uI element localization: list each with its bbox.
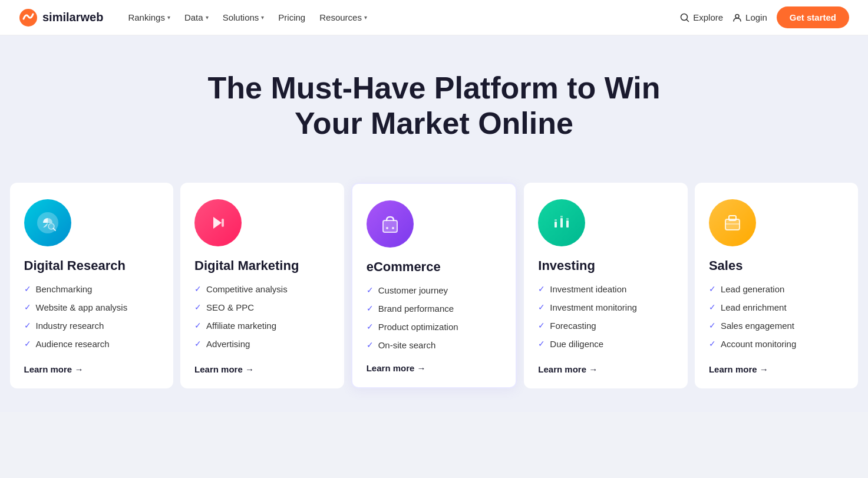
check-icon: ✓ [194, 320, 202, 332]
learn-more-link[interactable]: Learn more → [24, 364, 160, 374]
list-item: ✓ Lead enrichment [709, 301, 844, 314]
card-list: ✓ Lead generation ✓ Lead enrichment ✓ Sa… [709, 283, 844, 352]
list-item: ✓ Investment monitoring [538, 301, 674, 314]
svg-rect-13 [555, 219, 557, 221]
check-icon: ✓ [709, 320, 716, 332]
get-started-button[interactable]: Get started [777, 6, 849, 28]
svg-rect-12 [555, 222, 557, 228]
logo-text: similarweb [42, 11, 103, 24]
check-icon: ✓ [709, 338, 716, 350]
list-item: ✓ Website & app analysis [24, 301, 160, 314]
check-icon: ✓ [194, 302, 202, 314]
list-item: ✓ Lead generation [709, 283, 844, 295]
nav-item-solutions[interactable]: Solutions ▾ [217, 8, 270, 27]
nav-item-resources[interactable]: Resources ▾ [313, 8, 373, 27]
nav-item-data[interactable]: Data ▾ [179, 8, 214, 27]
learn-more-link[interactable]: Learn more → [367, 363, 502, 373]
check-icon: ✓ [194, 338, 202, 350]
check-icon: ✓ [367, 303, 374, 315]
search-icon [680, 13, 689, 22]
svg-rect-17 [566, 218, 569, 220]
cards-section: Digital Research ✓ Benchmarking ✓ Websit… [0, 171, 868, 412]
learn-more-link[interactable]: Learn more → [538, 364, 674, 374]
check-icon: ✓ [24, 302, 31, 314]
navbar: similarweb Rankings ▾ Data ▾ Solutions ▾… [0, 0, 868, 35]
svg-rect-9 [383, 220, 397, 232]
hero-section: The Must-Have Platform to Win Your Marke… [0, 35, 868, 171]
svg-point-10 [386, 227, 388, 229]
chevron-icon: ▾ [364, 14, 367, 21]
list-item: ✓ On-site search [367, 339, 502, 351]
check-icon: ✓ [367, 285, 374, 296]
card-title: Sales [709, 258, 844, 273]
nav-item-rankings[interactable]: Rankings ▾ [122, 8, 176, 27]
card-title: eCommerce [367, 259, 502, 275]
check-icon: ✓ [367, 321, 374, 333]
card-title: Digital Research [24, 258, 160, 273]
list-item: ✓ Account monitoring [709, 338, 844, 350]
card-digital-research: Digital Research ✓ Benchmarking ✓ Websit… [10, 183, 174, 388]
user-icon [732, 13, 742, 22]
list-item: ✓ Benchmarking [24, 283, 160, 295]
nav-right: Explore Login Get started [680, 6, 849, 28]
list-item: ✓ Brand performance [367, 302, 502, 315]
check-icon: ✓ [538, 338, 545, 350]
chevron-icon: ▾ [167, 14, 170, 21]
card-icon [367, 200, 414, 248]
nav-explore[interactable]: Explore [680, 12, 723, 22]
logo-icon [19, 8, 38, 27]
card-sales: Sales ✓ Lead generation ✓ Lead enrichmen… [695, 183, 859, 388]
chevron-icon: ▾ [261, 14, 264, 21]
list-item: ✓ Product optimization [367, 321, 502, 333]
svg-point-3 [735, 14, 739, 18]
check-icon: ✓ [194, 283, 202, 295]
list-item: ✓ Forecasting [538, 319, 674, 332]
check-icon: ✓ [538, 302, 545, 314]
list-item: ✓ Advertising [194, 338, 330, 350]
card-list: ✓ Competitive analysis ✓ SEO & PPC ✓ Aff… [194, 283, 330, 352]
card-icon [538, 199, 585, 246]
card-digital-marketing: Digital Marketing ✓ Competitive analysis… [180, 183, 344, 388]
nav-links: Rankings ▾ Data ▾ Solutions ▾ Pricing Re… [122, 8, 661, 27]
list-item: ✓ Investment ideation [538, 283, 674, 295]
card-title: Investing [538, 258, 674, 273]
check-icon: ✓ [24, 338, 31, 350]
card-ecommerce: eCommerce ✓ Customer journey ✓ Brand per… [351, 183, 517, 388]
card-list: ✓ Benchmarking ✓ Website & app analysis … [24, 283, 160, 352]
card-investing: Investing ✓ Investment ideation ✓ Invest… [524, 183, 688, 388]
list-item: ✓ Due diligence [538, 338, 674, 350]
cards-row: Digital Research ✓ Benchmarking ✓ Websit… [10, 183, 859, 388]
nav-item-pricing[interactable]: Pricing [272, 8, 311, 27]
svg-point-11 [392, 227, 394, 229]
learn-more-link[interactable]: Learn more → [194, 364, 330, 374]
svg-rect-16 [566, 220, 569, 228]
check-icon: ✓ [24, 320, 31, 332]
list-item: ✓ SEO & PPC [194, 301, 330, 314]
check-icon: ✓ [709, 302, 716, 314]
list-item: ✓ Competitive analysis [194, 283, 330, 295]
svg-marker-7 [213, 217, 222, 229]
svg-line-2 [687, 19, 689, 22]
check-icon: ✓ [367, 339, 374, 351]
chevron-icon: ▾ [206, 14, 209, 21]
svg-rect-8 [222, 219, 224, 227]
check-icon: ✓ [538, 320, 545, 332]
logo[interactable]: similarweb [19, 8, 103, 27]
svg-rect-14 [560, 218, 563, 228]
card-list: ✓ Investment ideation ✓ Investment monit… [538, 283, 674, 352]
list-item: ✓ Customer journey [367, 284, 502, 296]
learn-more-link[interactable]: Learn more → [709, 364, 844, 374]
card-icon [709, 199, 756, 246]
check-icon: ✓ [538, 283, 545, 295]
check-icon: ✓ [709, 283, 716, 295]
card-list: ✓ Customer journey ✓ Brand performance ✓… [367, 284, 502, 351]
card-title: Digital Marketing [194, 258, 330, 273]
hero-heading: The Must-Have Platform to Win Your Marke… [193, 71, 676, 141]
card-icon [194, 199, 242, 246]
list-item: ✓ Audience research [24, 338, 160, 350]
svg-rect-15 [560, 216, 563, 217]
list-item: ✓ Affiliate marketing [194, 319, 330, 332]
check-icon: ✓ [24, 283, 31, 295]
nav-login[interactable]: Login [732, 12, 767, 22]
list-item: ✓ Industry research [24, 319, 160, 332]
